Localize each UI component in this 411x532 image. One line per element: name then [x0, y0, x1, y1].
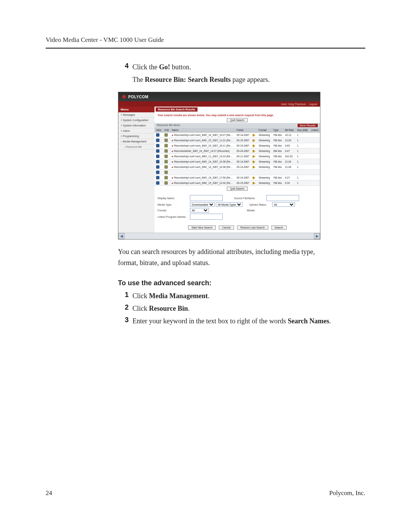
publisher: Polycom, Inc. — [329, 489, 365, 497]
column-header: Type — [272, 128, 284, 133]
column-header: Format — [257, 128, 272, 133]
table-row[interactable]: ▸ Recordedmpi conf room_MAY_15_2007_11:2… — [155, 138, 320, 143]
play-icon[interactable] — [253, 182, 255, 185]
play-icon[interactable] — [253, 139, 255, 142]
format-select[interactable]: All — [190, 208, 209, 212]
search-form: Display Name: Source FileName: Media Typ… — [155, 192, 320, 223]
edit-icon[interactable] — [164, 171, 168, 174]
display-name-input[interactable] — [190, 195, 223, 201]
cell-size: 1 — [295, 165, 309, 170]
play-icon[interactable] — [253, 166, 255, 169]
view-icon[interactable] — [156, 133, 159, 137]
view-icon[interactable] — [156, 160, 159, 163]
cell-linked — [309, 133, 320, 138]
table-row[interactable]: ▸ Recordedmpi conf room_MAY_14_2007_17:5… — [155, 175, 320, 181]
play-icon[interactable] — [253, 150, 255, 153]
cell-bitrate: 21.04 — [284, 165, 296, 170]
cell-bitrate: 0.32 — [284, 181, 296, 186]
source-filename-input[interactable] — [266, 195, 299, 201]
view-icon[interactable] — [156, 144, 159, 147]
left-menu: Menu + Messages+ System Configuration+ S… — [118, 107, 155, 233]
search-button[interactable]: Search — [271, 225, 287, 230]
sidebar-item-media-management[interactable]: – Media Management — [118, 139, 155, 144]
view-icon[interactable] — [156, 176, 159, 179]
text-fragment: button. — [170, 63, 191, 71]
cell-linked — [309, 149, 320, 154]
edit-icon[interactable] — [164, 155, 168, 158]
main-panel: Resource Bin Search Results Your search … — [155, 107, 320, 233]
text-bold: Search Names — [288, 317, 329, 325]
upload-status-select[interactable]: All — [272, 202, 295, 207]
table-row[interactable]: ▸ Recordedwinter_MAY_24_2007_14:27 (Reco… — [155, 149, 320, 154]
restore-last-search-button[interactable]: Restore Last Search — [237, 225, 268, 230]
cell-type: 768 kbs — [272, 138, 284, 143]
sidebar-item-system-information[interactable]: + System Information — [118, 123, 155, 128]
edit-icon[interactable] — [164, 133, 168, 137]
view-icon[interactable] — [156, 139, 159, 142]
scroll-left-icon[interactable]: ◀ — [118, 233, 124, 239]
sidebar-item-system-configuration[interactable]: + System Configuration — [118, 118, 155, 123]
play-icon[interactable] — [253, 144, 255, 147]
edit-icon[interactable] — [164, 160, 168, 163]
cell-type: 768 kbs — [272, 133, 284, 138]
text-fragment: . — [208, 292, 210, 300]
edit-icon[interactable] — [164, 149, 168, 153]
edit-icon[interactable] — [164, 165, 168, 169]
edit-icon[interactable] — [164, 181, 168, 185]
cell-size: 1 — [295, 149, 309, 154]
table-row[interactable]: ▸ Recordedmpi conf room_MAY_14_2007_10:2… — [155, 133, 320, 138]
logout-link[interactable]: Logout — [309, 103, 317, 105]
table-row[interactable]: ▸ Recordedmpi conf room_MAY_14_2007_16:3… — [155, 165, 320, 170]
play-icon[interactable] — [253, 160, 255, 163]
cell-format: Streaming — [257, 159, 272, 165]
quit-search-button[interactable]: Quit Search — [227, 187, 248, 191]
table-row[interactable]: ▸ Recordedmpi conf room_MAY_15_2007_16:1… — [155, 143, 320, 149]
view-icon[interactable] — [156, 181, 159, 185]
play-icon[interactable] — [253, 155, 255, 158]
cell-name: ▸ Recordedmpi conf room_MAY_15_2007_16:1… — [170, 143, 235, 149]
media-type-select[interactable]: Downloadable — [190, 202, 215, 207]
user-value: Greg Thomson — [288, 103, 306, 105]
play-icon[interactable] — [253, 176, 255, 179]
sidebar-item-messages[interactable]: + Messages — [118, 112, 155, 118]
media-type-select2[interactable]: All Media Types — [216, 202, 242, 207]
step-text: Click Resource Bin. — [132, 304, 190, 314]
table-row[interactable]: ▸ Recordedmpi conf room_MAY_15_2007_12:4… — [155, 181, 320, 186]
table-row[interactable]: ▸ Recordedmpi conf room_MAY_11_2007_19:1… — [155, 154, 320, 159]
cell-format: Streaming — [257, 181, 272, 186]
sidebar-item-resource-bin[interactable]: – Resource Bin — [118, 144, 155, 150]
sidebar-item-programming[interactable]: + Programming — [118, 134, 155, 139]
table-row[interactable] — [155, 170, 320, 175]
cell-format: Streaming — [257, 143, 272, 149]
table-row[interactable]: ▸ Recordedmpi conf room_MAY_14_2007_16:3… — [155, 159, 320, 165]
cell-type: 768 kbs — [272, 175, 284, 181]
source-filename-label: Source FileName: — [234, 197, 266, 200]
more-results-link[interactable]: More Results — [298, 124, 318, 127]
quit-search-button[interactable]: Quit Search — [227, 118, 248, 122]
sidebar-item-users[interactable]: + Users — [118, 128, 155, 134]
cell-bitrate: 0.83 — [284, 143, 296, 149]
view-icon[interactable] — [156, 155, 159, 158]
text-fragment: The — [132, 76, 145, 83]
cell-size: 1 — [295, 138, 309, 143]
linked-programs-input[interactable] — [190, 214, 223, 220]
view-icon[interactable] — [156, 165, 159, 169]
edit-icon[interactable] — [164, 139, 168, 142]
text-fragment: Click the — [132, 63, 159, 71]
scroll-right-icon[interactable]: ▶ — [314, 233, 320, 239]
view-icon[interactable] — [156, 171, 159, 174]
step-number: 4 — [118, 62, 132, 70]
play-icon[interactable] — [253, 134, 255, 137]
edit-icon[interactable] — [164, 176, 168, 179]
app-scrollbar[interactable]: ◀ ▶ — [118, 233, 320, 239]
view-icon[interactable] — [156, 149, 159, 153]
cell-bitrate: 0.47 — [284, 149, 296, 154]
cell-format: Streaming — [257, 138, 272, 143]
edit-icon[interactable] — [164, 144, 168, 147]
polycom-logo-icon — [122, 95, 126, 99]
start-new-search-button[interactable]: Start New Search — [188, 225, 216, 230]
cell-format: Streaming — [257, 149, 272, 154]
column-header — [251, 128, 257, 133]
display-name-label: Display Name: — [158, 197, 190, 200]
cancel-button[interactable]: Cancel — [219, 225, 234, 230]
